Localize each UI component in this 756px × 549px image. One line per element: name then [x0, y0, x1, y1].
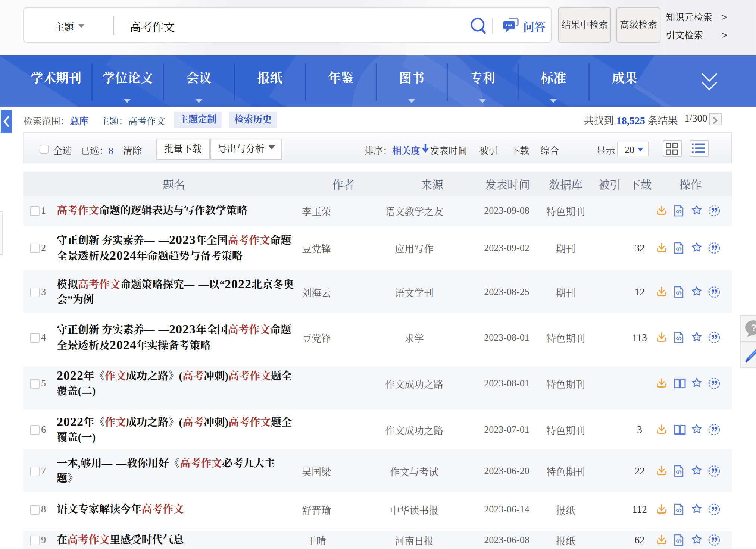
svg-text:?: ?	[751, 322, 756, 333]
